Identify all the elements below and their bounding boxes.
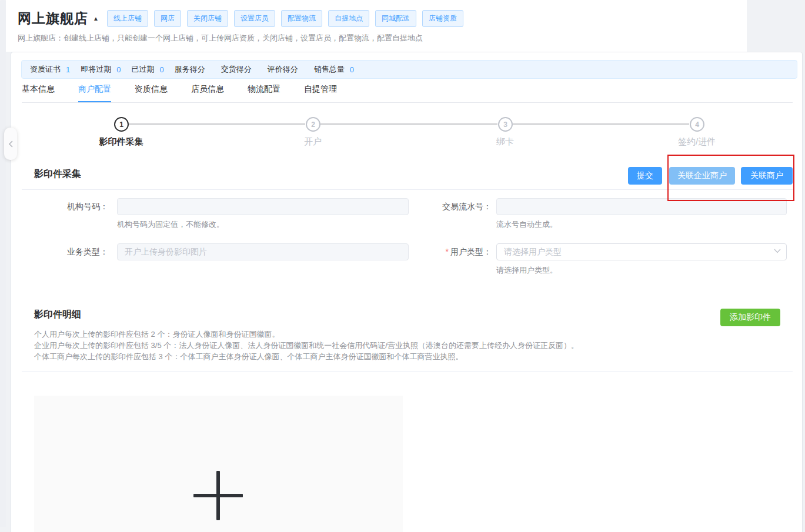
- org-number-hint: 机构号码为固定值，不能修改。: [117, 219, 224, 230]
- divider: [22, 371, 793, 372]
- stat-expired: 已过期 0: [131, 64, 163, 75]
- tab-bar: 基本信息 商户配置 资质信息 店员信息 物流配置 自提管理: [22, 83, 793, 103]
- tab-qualification-info[interactable]: 资质信息: [135, 83, 168, 102]
- city-delivery-button[interactable]: 同城配送: [375, 10, 416, 27]
- step-connector: [513, 123, 689, 125]
- stat-delivery-score: 交货得分: [221, 64, 257, 75]
- upload-dropzone[interactable]: [34, 396, 403, 532]
- config-logistics-button[interactable]: 配置物流: [281, 10, 322, 27]
- user-type-label: *用户类型：: [395, 247, 492, 257]
- link-merchant-button[interactable]: 关联商户: [741, 167, 793, 185]
- divider: [22, 189, 793, 190]
- step-4-circle: 4: [690, 117, 704, 132]
- stat-value: 1: [66, 65, 70, 74]
- add-copy-button[interactable]: 添加影印件: [720, 309, 780, 326]
- submit-button[interactable]: 提交: [628, 167, 662, 185]
- chevron-left-icon: [8, 140, 14, 148]
- step-3-label: 绑卡: [446, 136, 564, 148]
- business-type-label: 业务类型：: [11, 247, 108, 257]
- close-shop-button[interactable]: 关闭店铺: [187, 10, 228, 27]
- business-type-input[interactable]: 开户上传身份影印图片: [117, 243, 409, 260]
- link-enterprise-merchant-button[interactable]: 关联企业商户: [669, 167, 735, 185]
- header-action-buttons: 线上店铺 网店 关闭店铺 设置店员 配置物流 自提地点 同城配送 店铺资质: [107, 10, 463, 27]
- stat-value: 0: [116, 65, 121, 74]
- stats-bar: 资质证书 1 即将过期 0 已过期 0 服务得分 交货得分 评价得分 销售总量 …: [21, 60, 797, 79]
- step-connector: [129, 123, 305, 125]
- shop-qualification-button[interactable]: 店铺资质: [422, 10, 463, 27]
- page-title: 网上旗舰店: [18, 9, 88, 28]
- tab-merchant-config[interactable]: 商户配置: [78, 83, 111, 102]
- note-enterprise: 企业用户每次上传的影印件应包括 3/5 个：法人身份证人像面、法人身份证国徽面和…: [34, 340, 787, 351]
- stat-qualification-cert: 资质证书 1: [30, 64, 70, 75]
- note-self-employed: 个体工商户每次上传的影印件应包括 3 个：个体工商户主体身份证人像面、个体工商户…: [34, 351, 787, 362]
- main-panel: 资质证书 1 即将过期 0 已过期 0 服务得分 交货得分 评价得分 销售总量 …: [11, 52, 803, 532]
- stat-rating-score: 评价得分: [268, 64, 303, 75]
- step-connector: [320, 123, 497, 125]
- page-header: 网上旗舰店 ▲ 线上店铺 网店 关闭店铺 设置店员 配置物流 自提地点 同城配送…: [6, 0, 747, 52]
- transaction-serial-hint: 流水号自动生成。: [496, 219, 557, 230]
- user-type-placeholder: 请选择用户类型: [504, 247, 562, 256]
- transaction-serial-label: 交易流水号：: [395, 202, 492, 212]
- step-1-circle: 1: [114, 117, 129, 132]
- caret-up-icon[interactable]: ▲: [93, 15, 99, 22]
- set-clerk-button[interactable]: 设置店员: [234, 10, 275, 27]
- stat-expiring-soon: 即将过期 0: [81, 64, 121, 75]
- user-type-select[interactable]: 请选择用户类型: [496, 243, 787, 260]
- note-individual: 个人用户每次上传的影印件应包括 2 个：身份证人像面和身份证国徽面。: [34, 329, 787, 340]
- user-type-hint: 请选择用户类型。: [496, 265, 557, 276]
- plus-icon: [193, 471, 243, 520]
- collection-section-title: 影印件采集: [34, 168, 81, 180]
- step-3-circle: 3: [498, 117, 513, 132]
- online-shop-button[interactable]: 线上店铺: [107, 10, 148, 27]
- tab-basic-info[interactable]: 基本信息: [22, 83, 55, 102]
- org-number-label: 机构号码：: [11, 202, 108, 212]
- sidebar-collapse-handle[interactable]: [4, 128, 17, 160]
- step-2-circle: 2: [306, 117, 320, 132]
- web-shop-button[interactable]: 网店: [154, 10, 181, 27]
- tab-pickup-management[interactable]: 自提管理: [304, 83, 337, 102]
- stat-value: 0: [350, 65, 354, 74]
- collapsed-sidebar-strip: [0, 0, 6, 527]
- org-number-input[interactable]: [117, 198, 409, 215]
- chevron-down-icon: [774, 249, 781, 253]
- required-asterisk: *: [446, 247, 449, 256]
- page-subtitle: 网上旗舰店：创建线上店铺，只能创建一个网上店铺，可上传网店资质，关闭店铺，设置店…: [18, 33, 747, 44]
- stat-total-sales: 销售总量 0: [314, 64, 354, 75]
- step-2-label: 开户: [254, 136, 372, 148]
- stat-service-score: 服务得分: [175, 64, 211, 75]
- stat-value: 0: [159, 65, 163, 74]
- tab-clerk-info[interactable]: 店员信息: [191, 83, 224, 102]
- detail-section-title: 影印件明细: [34, 309, 81, 321]
- step-1-label: 影印件采集: [62, 136, 180, 148]
- upload-notes: 个人用户每次上传的影印件应包括 2 个：身份证人像面和身份证国徽面。 企业用户每…: [34, 329, 787, 362]
- tab-logistics-config[interactable]: 物流配置: [248, 83, 280, 102]
- transaction-serial-input[interactable]: [496, 198, 787, 215]
- page-gutter: [803, 52, 805, 532]
- step-4-label: 签约/进件: [638, 136, 756, 148]
- pickup-point-button[interactable]: 自提地点: [328, 10, 369, 27]
